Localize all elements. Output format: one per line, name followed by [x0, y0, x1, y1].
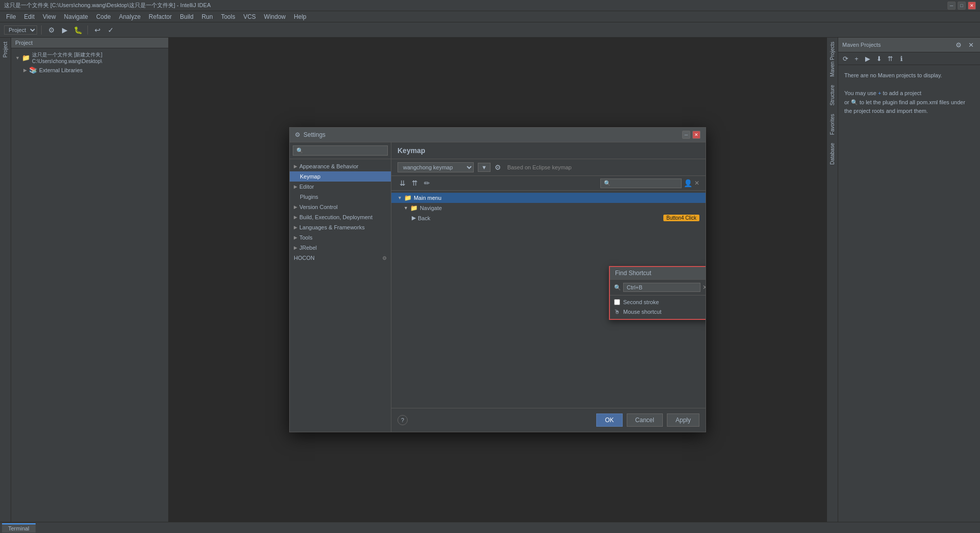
dialog-body: ▶ Appearance & Behavior Keymap ▶ Editor	[290, 142, 706, 432]
right-tab-favorites[interactable]: Favorites	[829, 110, 836, 139]
toolbar-run-btn[interactable]: ▶	[59, 24, 70, 36]
maven-find-link[interactable]: 🔍	[851, 99, 858, 105]
dialog-apply-btn[interactable]: Apply	[667, 413, 699, 427]
keymap-main-menu-item[interactable]: ▼ 📁 Main menu	[391, 193, 706, 203]
main-menu-folder-icon: 📁	[404, 194, 412, 201]
dialog-close-btn[interactable]: ✕	[692, 131, 700, 139]
menu-window[interactable]: Window	[260, 12, 290, 21]
right-tab-database[interactable]: Database	[829, 139, 836, 169]
maximize-button[interactable]: □	[958, 2, 966, 10]
right-tab-structure[interactable]: Structure	[829, 81, 836, 110]
toolbar-build-btn[interactable]: ⚙	[46, 24, 57, 36]
keymap-action-toolbar: ⇊ ⇈ ✏ 🔍 👤 ✕	[391, 176, 706, 191]
keymap-gear-btn[interactable]: ⚙	[495, 163, 501, 171]
settings-item-hocon[interactable]: HOCON ⚙	[290, 253, 391, 263]
keymap-title: Keymap	[397, 146, 425, 155]
toolbar-commit-btn[interactable]: ✓	[105, 24, 116, 36]
mouse-shortcut-option[interactable]: 🖱 Mouse shortcut	[614, 307, 706, 317]
menu-navigate[interactable]: Navigate	[60, 12, 92, 21]
dialog-footer-left: ?	[397, 415, 408, 425]
keymap-collapse-all-btn[interactable]: ⇈	[410, 178, 420, 188]
mouse-shortcut-label: Mouse shortcut	[623, 309, 661, 315]
bottom-tab-terminal[interactable]: Terminal	[2, 523, 36, 532]
settings-tree: ▶ Appearance & Behavior Keymap ▶ Editor	[290, 159, 391, 432]
keymap-filter-user-btn[interactable]: 👤	[684, 179, 692, 187]
dialog-title: ⚙ Settings	[295, 131, 325, 138]
find-shortcut-input[interactable]	[623, 283, 700, 292]
sidebar-tab-project[interactable]: Project	[2, 38, 9, 62]
languages-label: Languages & Frameworks	[299, 224, 364, 230]
menu-vcs[interactable]: VCS	[239, 12, 260, 21]
menu-file[interactable]: File	[2, 12, 20, 21]
maven-panel-header: Maven Projects ⚙ ✕	[838, 38, 980, 52]
project-panel-title: Project	[15, 40, 33, 46]
close-button[interactable]: ✕	[968, 2, 976, 10]
project-tree: ▼ 📁 这只是一个文件夹 [新建文件夹] C:\Users\chong.wang…	[11, 48, 168, 522]
dialog-footer-right: OK Cancel Apply	[596, 413, 699, 427]
second-stroke-option[interactable]: Second stroke	[614, 298, 706, 307]
dialog-ok-btn[interactable]: OK	[596, 413, 622, 427]
keymap-navigate-item[interactable]: ▼ 📁 Navigate	[391, 203, 706, 213]
settings-content: Keymap wangchong keymap ▼ ⚙ Based on Ecl…	[391, 142, 706, 432]
settings-search-input[interactable]	[293, 145, 388, 156]
maven-hide-btn[interactable]: ✕	[966, 40, 976, 50]
menu-build[interactable]: Build	[176, 12, 198, 21]
menu-tools[interactable]: Tools	[217, 12, 239, 21]
settings-item-keymap[interactable]: Keymap	[290, 171, 391, 182]
maven-run-btn[interactable]: ▶	[863, 53, 873, 64]
right-tab-maven[interactable]: Maven Projects	[829, 38, 836, 81]
keymap-back-item[interactable]: ▶ Back Button4 Click	[391, 213, 706, 223]
maven-settings-btn[interactable]: ⚙	[954, 40, 964, 50]
maven-download-btn[interactable]: ⬇	[874, 53, 884, 64]
dialog-help-btn[interactable]: ?	[397, 415, 408, 425]
tools-arrow-icon: ▶	[294, 235, 297, 240]
keymap-expand-all-btn[interactable]: ⇊	[397, 178, 408, 188]
ext-lib-arrow-icon: ▶	[23, 68, 27, 73]
project-root-item[interactable]: ▼ 📁 这只是一个文件夹 [新建文件夹] C:\Users\chong.wang…	[13, 50, 166, 65]
tools-label: Tools	[299, 234, 313, 241]
menu-view[interactable]: View	[39, 12, 60, 21]
maven-info-btn[interactable]: ℹ	[896, 53, 906, 64]
dialog-cancel-btn[interactable]: Cancel	[627, 413, 663, 427]
keymap-selector-toolbar: wangchong keymap ▼ ⚙ Based on Eclipse ke…	[391, 159, 706, 176]
toolbar-revert-btn[interactable]: ↩	[92, 24, 103, 36]
settings-item-tools[interactable]: ▶ Tools	[290, 232, 391, 243]
settings-item-jrebel[interactable]: ▶ JRebel	[290, 243, 391, 253]
settings-item-vcs[interactable]: ▶ Version Control	[290, 202, 391, 212]
menu-run[interactable]: Run	[198, 12, 217, 21]
menu-refactor[interactable]: Refactor	[145, 12, 176, 21]
menu-edit[interactable]: Edit	[20, 12, 39, 21]
maven-toolbar: ⟳ + ▶ ⬇ ⇈ ℹ	[838, 52, 980, 65]
find-shortcut-clear-btn[interactable]: ✕	[702, 284, 706, 291]
external-libraries-item[interactable]: ▶ 📚 External Libraries	[13, 65, 166, 75]
keymap-search-input[interactable]	[611, 180, 678, 186]
second-stroke-checkbox[interactable]	[614, 299, 620, 305]
project-selector[interactable]: Project	[4, 25, 37, 35]
vcs-arrow-icon: ▶	[294, 204, 297, 210]
keymap-select[interactable]: wangchong keymap	[397, 162, 474, 172]
dialog-settings-icon: ⚙	[295, 131, 300, 138]
keymap-label: Keymap	[300, 173, 320, 180]
minimize-button[interactable]: ─	[947, 2, 956, 10]
menu-analyze[interactable]: Analyze	[115, 12, 145, 21]
settings-item-plugins[interactable]: Plugins	[290, 192, 391, 202]
settings-item-languages[interactable]: ▶ Languages & Frameworks	[290, 222, 391, 232]
keymap-dropdown-btn[interactable]: ▼	[478, 163, 491, 172]
toolbar-debug-btn[interactable]: 🐛	[72, 24, 83, 36]
menu-code[interactable]: Code	[92, 12, 115, 21]
maven-add-link[interactable]: +	[878, 90, 881, 96]
title-bar: 这只是一个文件夹 [C:\Users\chong.wang\Desktop\这只…	[0, 0, 980, 11]
menu-help[interactable]: Help	[290, 12, 311, 21]
settings-item-build[interactable]: ▶ Build, Execution, Deployment	[290, 212, 391, 222]
dialog-minimize-btn[interactable]: ─	[682, 131, 690, 139]
right-sidebar: Maven Projects Structure Favorites Datab…	[826, 38, 838, 522]
keymap-clear-btn[interactable]: ✕	[694, 180, 699, 187]
settings-item-editor[interactable]: ▶ Editor	[290, 182, 391, 192]
maven-add-btn[interactable]: +	[851, 53, 862, 64]
keymap-edit-btn[interactable]: ✏	[422, 178, 432, 188]
settings-item-appearance[interactable]: ▶ Appearance & Behavior	[290, 161, 391, 171]
build-arrow-icon: ▶	[294, 215, 297, 220]
maven-collapse-btn[interactable]: ⇈	[885, 53, 895, 64]
maven-refresh-btn[interactable]: ⟳	[840, 53, 850, 64]
back-label: Back	[418, 215, 430, 221]
